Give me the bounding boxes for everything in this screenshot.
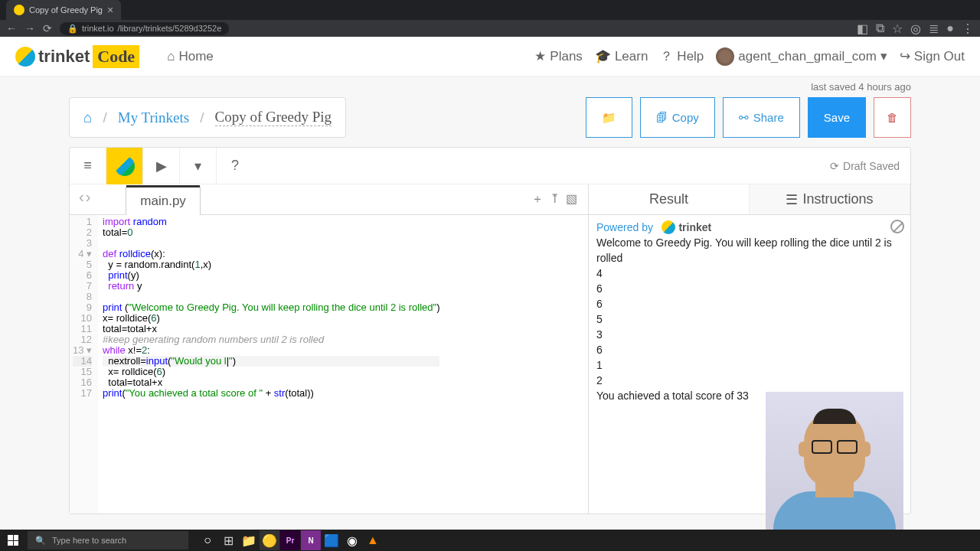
nav-plans[interactable]: ★Plans — [534, 48, 583, 64]
ide-logo-button[interactable] — [106, 148, 143, 184]
code-line[interactable]: y = random.randint(1,x) — [103, 259, 439, 270]
line-number: 15 — [73, 367, 92, 377]
onenote-icon[interactable]: N — [301, 530, 321, 550]
task-view-icon[interactable]: ⊞ — [218, 530, 238, 550]
nav-help[interactable]: ？Help — [660, 47, 704, 65]
save-button[interactable]: Save — [808, 97, 866, 138]
share-icon: ⚯ — [739, 111, 749, 125]
back-icon[interactable]: ← — [6, 22, 17, 34]
forward-icon[interactable]: → — [24, 22, 35, 34]
line-number: 7 — [73, 281, 92, 292]
run-button[interactable]: ▶ — [143, 148, 180, 184]
code-line[interactable]: return y — [103, 281, 439, 292]
ext-icon[interactable]: ☆ — [892, 21, 903, 36]
logo[interactable]: trinket Code — [15, 45, 139, 68]
line-number: 8 — [73, 292, 92, 302]
signout-icon: ↪ — [900, 48, 910, 64]
line-number: 10 — [73, 313, 92, 324]
tab-prev-icon[interactable]: ‹ — [79, 188, 84, 206]
profile-icon[interactable]: ● — [946, 21, 954, 36]
output-line: 2 — [596, 373, 903, 388]
menu-icon[interactable]: ⋮ — [962, 21, 974, 36]
logo-icon — [15, 47, 35, 67]
output-line: 5 — [596, 311, 903, 327]
trinket-icon — [115, 156, 135, 176]
folder-button[interactable]: 📁 — [586, 97, 632, 138]
trash-icon: 🗑 — [887, 111, 898, 124]
chrome-icon[interactable]: 🟡 — [260, 530, 279, 550]
breadcrumb-my-trinkets[interactable]: My Trinkets — [118, 109, 189, 126]
run-options-button[interactable]: ▾ — [180, 148, 217, 184]
ext-icon[interactable]: ◎ — [910, 21, 921, 36]
output-line: Welcome to Greedy Pig. You will keep rol… — [596, 235, 903, 266]
output-line: 3 — [596, 327, 903, 342]
taskbar-search[interactable]: 🔍Type here to search — [28, 531, 188, 549]
output-line: 4 — [596, 266, 903, 281]
tab-result[interactable]: Result — [589, 184, 750, 214]
line-number: 16 — [73, 377, 92, 388]
code-line[interactable]: #keep generating random numbers until 2 … — [103, 334, 439, 345]
code-line[interactable]: print(y) — [103, 270, 439, 281]
code-line[interactable]: def rolldice(x): — [103, 249, 439, 259]
code-line[interactable]: print ("Welcome to Greedy Pig. You will … — [103, 302, 439, 313]
browser-toolbar: ← → ⟳ 🔒 trinket.io/library/trinkets/5289… — [0, 20, 980, 37]
code-line[interactable] — [103, 292, 439, 302]
stop-icon[interactable] — [890, 220, 904, 233]
code-line[interactable]: x= rolldice(6) — [103, 367, 439, 377]
share-button[interactable]: ⚯Share — [723, 97, 800, 138]
tab-instructions[interactable]: ☰Instructions — [750, 184, 910, 214]
copy-button[interactable]: 🗐Copy — [640, 97, 715, 138]
code-line[interactable]: while x!=2: — [103, 345, 439, 356]
search-placeholder: Type here to search — [52, 536, 126, 545]
ext-icon[interactable]: ≣ — [929, 21, 939, 36]
start-button[interactable] — [0, 530, 26, 551]
code-line[interactable]: x= rolldice(6) — [103, 313, 439, 324]
code-line[interactable]: total=total+x — [103, 324, 439, 334]
ide-help-button[interactable]: ? — [217, 148, 253, 184]
tab-close-icon[interactable]: × — [107, 4, 113, 16]
breadcrumb-current[interactable]: Copy of Greedy Pig — [215, 109, 332, 126]
windows-taskbar[interactable]: 🔍Type here to search ○ ⊞ 📁 🟡 Pr N 🟦 ◉ ▲ — [0, 530, 980, 551]
code-line[interactable]: total=0 — [103, 227, 439, 238]
ext-icon[interactable]: ◧ — [857, 21, 868, 36]
add-file-icon[interactable]: ＋ — [531, 191, 544, 207]
file-tab-main[interactable]: main.py — [126, 187, 201, 215]
line-number: 11 — [73, 324, 92, 334]
nav-learn[interactable]: 🎓Learn — [595, 48, 648, 64]
nav-home[interactable]: ⌂Home — [167, 49, 214, 64]
address-bar[interactable]: 🔒 trinket.io/library/trinkets/5289d3252e — [60, 22, 229, 35]
nav-signout[interactable]: ↪Sign Out — [900, 48, 965, 64]
code-line[interactable]: nextroll=input("Would you l|") — [103, 356, 439, 367]
output-lines: Welcome to Greedy Pig. You will keep rol… — [596, 235, 903, 403]
question-icon: ？ — [660, 47, 673, 65]
premiere-icon[interactable]: Pr — [280, 530, 300, 550]
editor-pane: ‹› main.py ＋ ⤒ ▧ 1 2 3 4 ▾5 6 7 8 9 10 1… — [70, 184, 589, 514]
upload-icon[interactable]: ⤒ — [550, 191, 560, 207]
browser-tab[interactable]: Copy of Greedy Pig × — [6, 0, 121, 20]
graduation-icon: 🎓 — [595, 48, 611, 64]
code-line[interactable]: total=total+x — [103, 377, 439, 388]
tab-title: Copy of Greedy Pig — [29, 5, 103, 15]
ide-menu-button[interactable]: ≡ — [70, 148, 106, 184]
code-line[interactable] — [103, 238, 439, 249]
webcam-overlay — [766, 392, 903, 530]
obs-icon[interactable]: ◉ — [342, 530, 362, 550]
nav-user[interactable]: agent_chan_gmail_com ▾ — [716, 47, 887, 66]
breadcrumb-home-icon[interactable]: ⌂ — [83, 109, 92, 126]
code-editor[interactable]: 1 2 3 4 ▾5 6 7 8 9 10 11 12 13 ▾14 15 16… — [70, 215, 588, 514]
line-gutter: 1 2 3 4 ▾5 6 7 8 9 10 11 12 13 ▾14 15 16… — [70, 215, 98, 514]
tab-next-icon[interactable]: › — [86, 188, 91, 206]
image-lib-icon[interactable]: ▧ — [566, 191, 577, 207]
delete-button[interactable]: 🗑 — [874, 97, 911, 138]
reload-icon[interactable]: ⟳ — [43, 22, 52, 34]
ext-icon[interactable]: ⧉ — [876, 21, 884, 36]
code-text[interactable]: import randomtotal=0 def rolldice(x): y … — [98, 215, 444, 514]
url-path: /library/trinkets/5289d3252e — [118, 24, 222, 33]
explorer-icon[interactable]: 📁 — [239, 530, 259, 550]
cortana-icon[interactable]: ○ — [198, 530, 217, 550]
app-icon[interactable]: 🟦 — [322, 530, 341, 550]
code-line[interactable]: print("You achieved a total score of " +… — [103, 388, 439, 399]
code-line[interactable]: import random — [103, 217, 439, 227]
vlc-icon[interactable]: ▲ — [363, 530, 383, 550]
line-number: 5 — [73, 259, 92, 270]
